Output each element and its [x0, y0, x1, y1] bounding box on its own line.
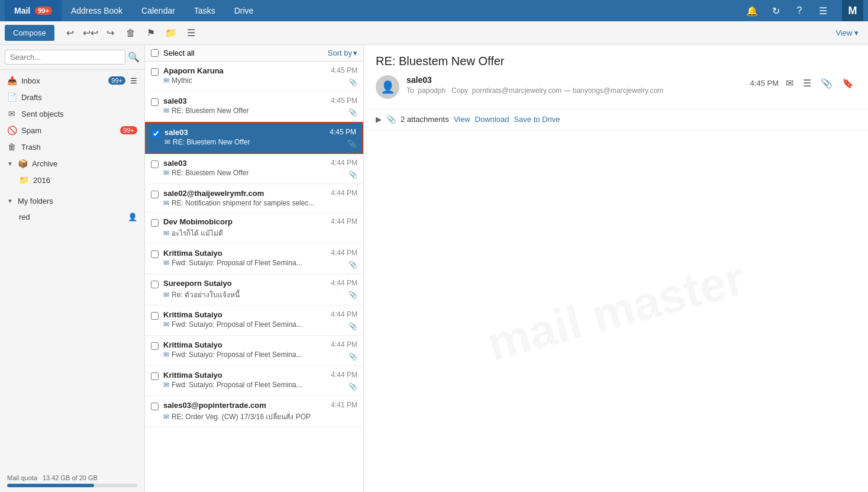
list-header: Select all Sort by ▾ — [145, 45, 363, 62]
email-checkbox[interactable] — [151, 372, 159, 380]
nav-addressbook[interactable]: Address Book — [62, 0, 132, 21]
refresh-icon[interactable]: ↻ — [766, 1, 785, 20]
email-item[interactable]: Apaporn Karuna ✉ Mythic 4:45 PM 📎 — [145, 62, 363, 92]
reply-button[interactable]: ↩ — [62, 25, 79, 41]
email-content: sale03 ✉ RE: Bluestem New Offer — [163, 159, 326, 177]
search-input[interactable] — [5, 50, 125, 65]
download-attachments-link[interactable]: Download — [475, 115, 509, 124]
meta-actions: 4:45 PM ✉ ☰ 📎 🔖 — [750, 75, 856, 91]
more-button[interactable]: ☰ — [182, 25, 200, 41]
email-item[interactable]: sale02@thaijewelrymfr.com ✉ RE: Notifica… — [145, 184, 363, 213]
sidebar-item-inbox[interactable]: 📥 Inbox 99+ ☰ — [0, 72, 144, 89]
email-from: Apaporn Karuna — [163, 66, 326, 75]
email-time: 4:44 PM — [331, 217, 357, 226]
copy-recipients: porntirats@marcjewelry.com — banyongs@ma… — [472, 86, 663, 95]
email-checkbox[interactable] — [152, 130, 160, 137]
email-checkbox[interactable] — [151, 191, 159, 198]
sidebar-item-trash[interactable]: 🗑 Trash — [0, 139, 144, 155]
sidebar-item-archive-2016[interactable]: 📁 2016 — [0, 172, 144, 188]
email-from: sale03 — [164, 128, 325, 137]
nav-tasks[interactable]: Tasks — [185, 0, 225, 21]
main-folders: 📥 Inbox 99+ ☰ 📄 Drafts ✉ Sent objects 🚫 … — [0, 70, 144, 191]
sidebar-item-myfolders[interactable]: ▼ My folders — [0, 193, 144, 209]
email-subject: อะไรก็ได้ แม้ไม่ดี — [172, 227, 223, 239]
sidebar-item-red[interactable]: red 👤 — [0, 209, 144, 225]
flag-button[interactable]: ⚑ — [142, 25, 160, 41]
email-more-button[interactable]: ☰ — [801, 75, 814, 91]
email-attach-button[interactable]: 📎 — [818, 75, 835, 91]
email-checkbox[interactable] — [151, 281, 159, 288]
help-icon[interactable]: ? — [790, 1, 809, 20]
inbox-menu-icon[interactable]: ☰ — [130, 76, 137, 85]
main-layout: 🔍 📥 Inbox 99+ ☰ 📄 Drafts ✉ Sent objects … — [0, 45, 868, 492]
email-read-icon: ✉ — [163, 259, 169, 267]
email-checkbox[interactable] — [151, 403, 159, 410]
sidebar-item-archive[interactable]: ▼ 📦 Archive — [0, 155, 144, 172]
email-item[interactable]: Krittima Sutaiyo ✉ Fwd: Sutaiyo: Proposa… — [145, 366, 363, 396]
view-button[interactable]: View ▾ — [831, 26, 863, 40]
save-to-drive-link[interactable]: Save to Drive — [514, 115, 560, 124]
notification-icon[interactable]: 🔔 — [743, 1, 761, 20]
email-subject: Fwd: Sutaiyo: Proposal of Fleet Semina..… — [172, 320, 302, 329]
email-checkbox[interactable] — [151, 68, 159, 76]
archive-icon: 📦 — [18, 159, 27, 168]
email-read-icon: ✉ — [164, 138, 170, 146]
email-read-icon: ✉ — [163, 76, 169, 85]
mail-badge: 99+ — [35, 7, 52, 15]
mail-quota: Mail quota 13.42 GB of 20 GB — [0, 470, 144, 492]
sort-by-dropdown[interactable]: Sort by ▾ — [328, 49, 357, 57]
attachment-icon: 📎 — [349, 108, 357, 117]
attachment-toggle[interactable]: ▶ — [376, 115, 382, 124]
email-action-button[interactable]: ✉ — [783, 75, 796, 91]
email-item[interactable]: Sureeporn Sutaiyo ✉ Re: ตัวอย่างใบแจ้งหน… — [145, 274, 363, 306]
email-item[interactable]: Krittima Sutaiyo ✉ Fwd: Sutaiyo: Proposa… — [145, 336, 363, 366]
email-toolbar: Compose ↩ ↩↩ ↪ 🗑 ⚑ 📁 ☰ View ▾ — [0, 21, 868, 45]
email-item[interactable]: sales03@popintertrade.com ✉ RE: Order Ve… — [145, 396, 363, 427]
email-item[interactable]: Dev Mobimobicorp ✉ อะไรก็ได้ แม้ไม่ดี 4:… — [145, 213, 363, 244]
nav-calendar[interactable]: Calendar — [132, 0, 185, 21]
email-read-icon: ✉ — [163, 413, 169, 421]
email-checkbox[interactable] — [151, 342, 159, 350]
email-item[interactable]: Krittima Sutaiyo ✉ Fwd: Sutaiyo: Proposa… — [145, 244, 363, 274]
view-attachments-link[interactable]: View — [454, 115, 470, 124]
select-all-checkbox[interactable] — [151, 49, 159, 57]
email-read-icon: ✉ — [163, 291, 169, 299]
meta-from: sale03 — [406, 75, 743, 85]
search-button[interactable]: 🔍 — [128, 52, 140, 63]
quota-fill — [7, 484, 94, 487]
menu-icon[interactable]: ☰ — [814, 1, 832, 20]
sidebar-item-sent[interactable]: ✉ Sent objects — [0, 105, 144, 122]
nav-drive[interactable]: Drive — [225, 0, 263, 21]
email-subject: Mythic — [172, 76, 192, 85]
delete-button[interactable]: 🗑 — [122, 25, 140, 41]
email-item[interactable]: sale03 ✉ RE: Bluestem New Offer 4:44 PM … — [145, 154, 363, 184]
email-time: 4:44 PM — [331, 189, 357, 197]
email-bookmark-button[interactable]: 🔖 — [840, 75, 856, 91]
attachment-icon: 📎 — [349, 261, 357, 269]
email-from: Dev Mobimobicorp — [163, 217, 326, 226]
meta-time: 4:45 PM — [750, 79, 779, 88]
detail-meta: 👤 sale03 To papodph Copy porntirats@marc… — [376, 75, 856, 99]
forward-button[interactable]: ↪ — [102, 25, 120, 41]
app-logo: M — [842, 0, 863, 21]
email-checkbox[interactable] — [151, 219, 159, 227]
email-checkbox[interactable] — [151, 250, 159, 258]
attachment-icon: 📎 — [347, 140, 356, 148]
sidebar-item-spam[interactable]: 🚫 Spam 99+ — [0, 122, 144, 139]
email-item[interactable]: Krittima Sutaiyo ✉ Fwd: Sutaiyo: Proposa… — [145, 306, 363, 336]
email-checkbox[interactable] — [151, 98, 159, 106]
email-from: sale03 — [163, 159, 326, 168]
email-from: sale02@thaijewelrymfr.com — [163, 189, 326, 198]
compose-button[interactable]: Compose — [5, 25, 54, 41]
email-checkbox[interactable] — [151, 160, 159, 168]
email-time: 4:44 PM — [331, 371, 357, 379]
reply-all-button[interactable]: ↩↩ — [82, 25, 99, 41]
email-subject: RE: Bluestem New Offer — [172, 107, 249, 115]
email-item[interactable]: sale03 ✉ RE: Bluestem New Offer 4:45 PM … — [145, 122, 363, 154]
nav-mail[interactable]: Mail 99+ — [5, 0, 62, 21]
sidebar-item-drafts[interactable]: 📄 Drafts — [0, 89, 144, 105]
add-user-icon[interactable]: 👤 — [128, 213, 137, 221]
email-item[interactable]: sale03 ✉ RE: Bluestem New Offer 4:45 PM … — [145, 92, 363, 122]
archive-button[interactable]: 📁 — [162, 25, 180, 41]
email-checkbox[interactable] — [151, 312, 159, 320]
